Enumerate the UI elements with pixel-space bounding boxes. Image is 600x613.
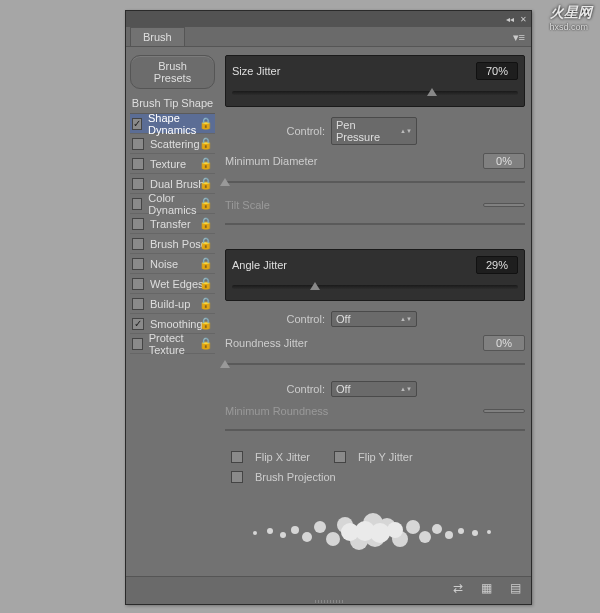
- tab-brush[interactable]: Brush: [130, 27, 185, 46]
- size-control-select[interactable]: Pen Pressure▲▼: [331, 117, 417, 145]
- checkbox-icon[interactable]: [132, 318, 144, 330]
- lock-icon[interactable]: 🔒: [199, 137, 213, 150]
- list-item-scattering[interactable]: Scattering🔒: [130, 134, 215, 154]
- svg-point-18: [472, 530, 478, 536]
- tilt-scale-value: [483, 203, 525, 207]
- min-diameter-label: Minimum Diameter: [225, 155, 477, 167]
- new-brush-icon[interactable]: ▦: [481, 581, 492, 595]
- list-item-label: Texture: [150, 158, 186, 170]
- list-item-color-dynamics[interactable]: Color Dynamics🔒: [130, 194, 215, 214]
- panel-titlebar: ◂◂ ✕: [126, 11, 531, 27]
- checkbox-icon[interactable]: [132, 118, 142, 130]
- flip-y-checkbox[interactable]: [334, 451, 346, 463]
- flip-x-label: Flip X Jitter: [255, 451, 310, 463]
- size-jitter-value[interactable]: 70%: [476, 62, 518, 80]
- svg-point-14: [419, 531, 431, 543]
- brush-preview: [225, 495, 525, 568]
- svg-point-3: [291, 526, 299, 534]
- list-item-label: Transfer: [150, 218, 191, 230]
- list-item-label: Dual Brush: [150, 178, 204, 190]
- min-diameter-value[interactable]: 0%: [483, 153, 525, 169]
- roundness-jitter-slider[interactable]: [225, 359, 525, 371]
- checkbox-icon[interactable]: [132, 298, 144, 310]
- chevron-updown-icon: ▲▼: [400, 129, 412, 133]
- size-jitter-group: Size Jitter 70%: [225, 55, 525, 107]
- checkbox-icon[interactable]: [132, 338, 143, 350]
- list-item-transfer[interactable]: Transfer🔒: [130, 214, 215, 234]
- brush-presets-button[interactable]: Brush Presets: [130, 55, 215, 89]
- size-jitter-label: Size Jitter: [232, 65, 280, 77]
- roundness-control-label: Control:: [225, 383, 325, 395]
- svg-point-19: [487, 530, 491, 534]
- resize-grip[interactable]: [126, 598, 531, 604]
- checkbox-icon[interactable]: [132, 278, 144, 290]
- list-item-shape-dynamics[interactable]: Shape Dynamics🔒: [130, 114, 215, 134]
- svg-point-0: [253, 531, 257, 535]
- tilt-scale-label: Tilt Scale: [225, 199, 477, 211]
- toggle-preview-icon[interactable]: ⇄: [453, 581, 463, 595]
- svg-point-16: [445, 531, 453, 539]
- list-item-brush-pose[interactable]: Brush Pose🔒: [130, 234, 215, 254]
- angle-jitter-value[interactable]: 29%: [476, 256, 518, 274]
- brush-options-list: Shape Dynamics🔒 Scattering🔒 Texture🔒 Dua…: [130, 113, 215, 354]
- lock-icon[interactable]: 🔒: [199, 157, 213, 170]
- checkbox-icon[interactable]: [132, 138, 144, 150]
- checkbox-icon[interactable]: [132, 198, 142, 210]
- min-roundness-value: [483, 409, 525, 413]
- list-item-label: Scattering: [150, 138, 200, 150]
- lock-icon[interactable]: 🔒: [199, 217, 213, 230]
- roundness-control-select[interactable]: Off▲▼: [331, 381, 417, 397]
- list-item-label: Build-up: [150, 298, 190, 310]
- lock-icon[interactable]: 🔒: [199, 197, 213, 210]
- min-diameter-slider[interactable]: [225, 177, 525, 189]
- checkbox-icon[interactable]: [132, 158, 144, 170]
- size-jitter-slider[interactable]: [232, 86, 518, 100]
- svg-point-22: [370, 523, 390, 543]
- chevron-updown-icon: ▲▼: [400, 317, 412, 321]
- lock-icon[interactable]: 🔒: [199, 337, 213, 350]
- checkbox-icon[interactable]: [132, 218, 144, 230]
- checkbox-icon[interactable]: [132, 178, 144, 190]
- list-item-protect-texture[interactable]: Protect Texture🔒: [130, 334, 215, 354]
- watermark-url: hxsd.com: [549, 22, 588, 32]
- svg-point-13: [406, 520, 420, 534]
- angle-control-select[interactable]: Off▲▼: [331, 311, 417, 327]
- svg-point-6: [326, 532, 340, 546]
- list-item-texture[interactable]: Texture🔒: [130, 154, 215, 174]
- flip-y-label: Flip Y Jitter: [358, 451, 413, 463]
- checkbox-icon[interactable]: [132, 258, 144, 270]
- svg-point-17: [458, 528, 464, 534]
- min-roundness-slider: [225, 425, 525, 437]
- svg-point-1: [267, 528, 273, 534]
- list-item-label: Noise: [150, 258, 178, 270]
- brush-projection-checkbox[interactable]: [231, 471, 243, 483]
- list-item-noise[interactable]: Noise🔒: [130, 254, 215, 274]
- collapse-icon[interactable]: ◂◂: [506, 15, 514, 24]
- brush-tip-shape-heading[interactable]: Brush Tip Shape: [130, 97, 215, 109]
- list-item-label: Wet Edges: [150, 278, 204, 290]
- list-item-wet-edges[interactable]: Wet Edges🔒: [130, 274, 215, 294]
- lock-icon[interactable]: 🔒: [199, 277, 213, 290]
- trash-icon[interactable]: ▤: [510, 581, 521, 595]
- svg-point-23: [387, 522, 403, 538]
- angle-jitter-label: Angle Jitter: [232, 259, 287, 271]
- lock-icon[interactable]: 🔒: [199, 297, 213, 310]
- lock-icon[interactable]: 🔒: [199, 317, 213, 330]
- panel-menu-icon[interactable]: ▾≡: [513, 31, 525, 44]
- roundness-jitter-value[interactable]: 0%: [483, 335, 525, 351]
- brush-stroke-preview: [225, 497, 525, 567]
- angle-jitter-slider[interactable]: [232, 280, 518, 294]
- watermark-logo: 火星网: [550, 4, 592, 22]
- lock-icon[interactable]: 🔒: [199, 177, 213, 190]
- angle-control-label: Control:: [225, 313, 325, 325]
- svg-point-4: [302, 532, 312, 542]
- close-icon[interactable]: ✕: [520, 15, 527, 24]
- checkbox-icon[interactable]: [132, 238, 144, 250]
- panel-footer: ⇄ ▦ ▤: [126, 576, 531, 598]
- lock-icon[interactable]: 🔒: [199, 257, 213, 270]
- lock-icon[interactable]: 🔒: [199, 117, 213, 130]
- list-item-build-up[interactable]: Build-up🔒: [130, 294, 215, 314]
- flip-x-checkbox[interactable]: [231, 451, 243, 463]
- lock-icon[interactable]: 🔒: [199, 237, 213, 250]
- svg-point-5: [314, 521, 326, 533]
